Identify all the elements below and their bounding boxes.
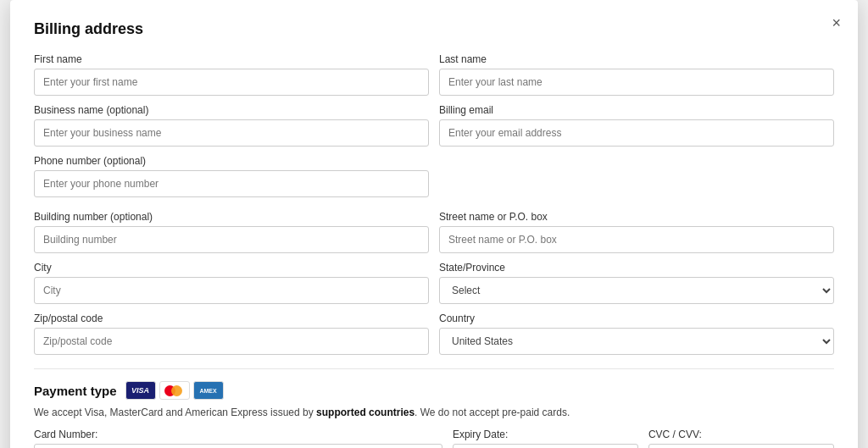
payment-note-pre: We accept Visa, MasterCard and American …: [34, 407, 316, 418]
amex-icon: AMEX: [193, 381, 224, 400]
zip-label: Zip/postal code: [34, 312, 429, 324]
expiry-label: Expiry Date:: [453, 429, 638, 440]
city-state-row: City State/Province Select: [34, 262, 834, 304]
zip-group: Zip/postal code: [34, 312, 429, 355]
country-select[interactable]: United States: [439, 328, 834, 355]
mc-circles: [164, 384, 185, 397]
cvc-label: CVC / CVV:: [648, 429, 834, 440]
city-group: City: [34, 262, 429, 304]
expiry-input[interactable]: [453, 444, 638, 448]
phone-input[interactable]: [34, 170, 429, 197]
card-number-label: Card Number:: [34, 429, 442, 440]
phone-spacer: [439, 155, 834, 197]
building-group: Building number (optional): [34, 211, 429, 253]
payment-title: Payment type: [34, 384, 117, 398]
card-number-input[interactable]: [34, 444, 442, 448]
billing-email-label: Billing email: [439, 104, 834, 116]
last-name-group: Last name: [439, 53, 834, 96]
address-row: Building number (optional) Street name o…: [34, 211, 834, 253]
phone-group: Phone number (optional): [34, 155, 429, 197]
mastercard-icon: [159, 381, 190, 400]
expiry-group: Expiry Date:: [453, 429, 638, 448]
zip-country-row: Zip/postal code Country United States: [34, 312, 834, 355]
name-row: First name Last name: [34, 53, 834, 96]
modal-title: Billing address: [34, 20, 834, 38]
state-label: State/Province: [439, 262, 834, 274]
country-label: Country: [439, 312, 834, 324]
street-label: Street name or P.O. box: [439, 211, 834, 223]
city-label: City: [34, 262, 429, 274]
last-name-input[interactable]: [439, 69, 834, 96]
visa-icon: VISA: [125, 381, 156, 400]
business-name-group: Business name (optional): [34, 104, 429, 147]
card-fields-row: Card Number: Expiry Date: CVC / CVV:: [34, 429, 834, 448]
card-number-group: Card Number:: [34, 429, 442, 448]
first-name-input[interactable]: [34, 69, 429, 96]
first-name-label: First name: [34, 53, 429, 65]
phone-row: Phone number (optional): [34, 155, 834, 197]
payment-note: We accept Visa, MasterCard and American …: [34, 407, 834, 418]
business-email-row: Business name (optional) Billing email: [34, 104, 834, 147]
card-icons: VISA AMEX: [125, 381, 224, 400]
close-button[interactable]: ×: [832, 15, 841, 30]
billing-email-group: Billing email: [439, 104, 834, 147]
last-name-label: Last name: [439, 53, 834, 65]
business-name-label: Business name (optional): [34, 104, 429, 116]
building-input[interactable]: [34, 226, 429, 253]
street-group: Street name or P.O. box: [439, 211, 834, 253]
cvc-group: CVC / CVV:: [648, 429, 834, 448]
first-name-group: First name: [34, 53, 429, 96]
state-group: State/Province Select: [439, 262, 834, 304]
mc-right-circle: [171, 385, 182, 396]
billing-modal: Billing address × First name Last name B…: [10, 0, 858, 448]
billing-email-input[interactable]: [439, 119, 834, 147]
city-input[interactable]: [34, 277, 429, 304]
state-select[interactable]: Select: [439, 277, 834, 304]
business-name-input[interactable]: [34, 119, 429, 147]
country-group: Country United States: [439, 312, 834, 355]
supported-countries-link[interactable]: supported countries: [316, 407, 415, 418]
payment-note-post: . We do not accept pre-paid cards.: [415, 407, 570, 418]
building-label: Building number (optional): [34, 211, 429, 223]
payment-header: Payment type VISA AMEX: [34, 381, 834, 400]
phone-label: Phone number (optional): [34, 155, 429, 167]
cvc-input[interactable]: [648, 444, 834, 448]
street-input[interactable]: [439, 226, 834, 253]
zip-input[interactable]: [34, 328, 429, 355]
section-divider: [34, 368, 834, 369]
